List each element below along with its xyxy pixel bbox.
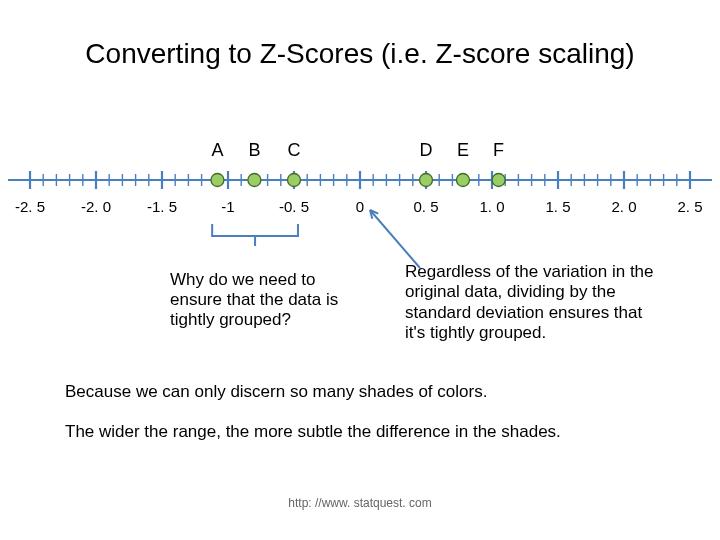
number-line-diagram: ABCDEF -2. 5-2. 0-1. 5-1-0. 500. 51. 01.… xyxy=(0,140,720,260)
svg-point-64 xyxy=(248,174,261,187)
point-label-f: F xyxy=(493,140,504,161)
svg-point-68 xyxy=(492,174,505,187)
tick-label: -2. 5 xyxy=(15,198,45,215)
answer-text: Regardless of the variation in the origi… xyxy=(405,262,660,344)
tick-label: -1. 5 xyxy=(147,198,177,215)
tick-label: -2. 0 xyxy=(81,198,111,215)
svg-point-67 xyxy=(456,174,469,187)
tick-label: 2. 5 xyxy=(677,198,702,215)
point-label-b: B xyxy=(248,140,260,161)
svg-point-63 xyxy=(211,174,224,187)
tick-label: 2. 0 xyxy=(611,198,636,215)
body-text-2: The wider the range, the more subtle the… xyxy=(65,422,561,442)
tick-label: 1. 0 xyxy=(479,198,504,215)
svg-point-65 xyxy=(288,174,301,187)
tick-label: -0. 5 xyxy=(279,198,309,215)
point-label-a: A xyxy=(211,140,223,161)
svg-point-66 xyxy=(420,174,433,187)
tick-label: 0 xyxy=(356,198,364,215)
point-label-d: D xyxy=(420,140,433,161)
tick-label: 0. 5 xyxy=(413,198,438,215)
page-title: Converting to Z-Scores (i.e. Z-score sca… xyxy=(0,38,720,70)
footer-url: http: //www. statquest. com xyxy=(0,496,720,510)
question-text: Why do we need to ensure that the data i… xyxy=(170,270,370,330)
point-label-c: C xyxy=(288,140,301,161)
tick-label: -1 xyxy=(221,198,234,215)
svg-line-69 xyxy=(370,210,420,268)
point-label-e: E xyxy=(457,140,469,161)
body-text-1: Because we can only discern so many shad… xyxy=(65,382,487,402)
tick-label: 1. 5 xyxy=(545,198,570,215)
